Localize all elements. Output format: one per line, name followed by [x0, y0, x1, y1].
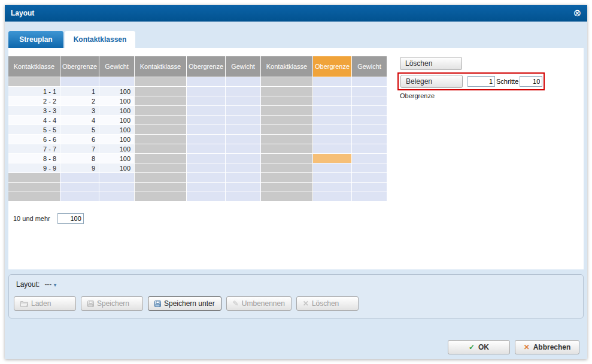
table-cell[interactable]: 100 [99, 144, 134, 153]
table-cell[interactable] [226, 87, 260, 96]
table-cell[interactable] [187, 135, 225, 144]
layout-speichern-button[interactable]: Speichern [81, 296, 143, 311]
belegen-value-input[interactable] [467, 76, 495, 87]
table-cell[interactable] [226, 135, 260, 144]
table-cell[interactable] [313, 183, 351, 192]
table-cell[interactable]: 4 [60, 116, 99, 125]
tab-streuplan[interactable]: Streuplan [8, 31, 63, 48]
table-cell[interactable] [187, 163, 225, 172]
table-cell[interactable] [313, 116, 351, 125]
table-cell[interactable] [226, 77, 260, 86]
table-cell[interactable]: 6 - 6 [8, 135, 60, 144]
table-cell[interactable] [313, 154, 351, 163]
table-cell[interactable]: 1 - 1 [8, 87, 60, 96]
column-header-gewicht[interactable]: Gewicht [352, 56, 387, 77]
table-cell[interactable] [313, 77, 351, 86]
column-header-kontaktklasse[interactable]: Kontaktklasse [135, 56, 186, 77]
table-cell[interactable]: 7 - 7 [8, 144, 60, 153]
table-cell[interactable] [187, 183, 225, 192]
table-cell[interactable] [60, 173, 99, 182]
table-cell[interactable]: 9 - 9 [8, 163, 60, 172]
table-cell[interactable]: 1 [60, 87, 99, 96]
table-cell[interactable]: 4 - 4 [8, 116, 60, 125]
close-icon[interactable]: ⊗ [573, 8, 581, 18]
table-cell[interactable]: 100 [99, 96, 134, 105]
table-cell[interactable] [187, 96, 225, 105]
table-cell[interactable] [313, 135, 351, 144]
table-cell[interactable] [226, 183, 260, 192]
table-cell[interactable] [226, 125, 260, 134]
table-cell[interactable] [313, 125, 351, 134]
ten-and-more-input[interactable] [57, 213, 84, 224]
table-cell[interactable]: 100 [99, 154, 134, 163]
table-cell[interactable]: 9 [60, 163, 99, 172]
table-cell[interactable] [187, 173, 225, 182]
table-cell[interactable] [352, 116, 387, 125]
ok-button[interactable]: ✓ OK [448, 340, 510, 354]
belegen-button[interactable]: Belegen [400, 75, 463, 88]
table-cell[interactable] [187, 87, 225, 96]
table-cell[interactable] [99, 77, 134, 86]
layout-laden-button[interactable]: Laden [14, 296, 76, 311]
table-cell[interactable] [99, 173, 134, 182]
table-cell[interactable] [226, 192, 260, 201]
layout-löschen-button[interactable]: ✕Löschen [296, 296, 359, 311]
column-header-kontaktklasse[interactable]: Kontaktklasse [8, 56, 60, 77]
table-cell[interactable] [99, 183, 134, 192]
table-cell[interactable]: 100 [99, 135, 134, 144]
table-cell[interactable] [226, 173, 260, 182]
column-header-obergrenze[interactable]: Obergrenze [313, 56, 351, 77]
table-cell[interactable]: 5 - 5 [8, 125, 60, 134]
table-cell[interactable]: 7 [60, 144, 99, 153]
layout-speichern-unter-button[interactable]: Speichern unter [148, 296, 221, 311]
table-cell[interactable] [226, 163, 260, 172]
table-cell[interactable]: 100 [99, 125, 134, 134]
table-cell[interactable] [187, 154, 225, 163]
table-cell[interactable]: 3 [60, 106, 99, 115]
table-cell[interactable] [226, 144, 260, 153]
table-cell[interactable] [313, 96, 351, 105]
schritte-value-input[interactable] [520, 76, 542, 87]
column-header-obergrenze[interactable]: Obergrenze [187, 56, 225, 77]
table-cell[interactable] [352, 106, 387, 115]
table-cell[interactable] [226, 116, 260, 125]
table-cell[interactable] [352, 87, 387, 96]
table-cell[interactable]: 3 - 3 [8, 106, 60, 115]
table-cell[interactable]: 8 [60, 154, 99, 163]
loeschen-button[interactable]: Löschen [400, 57, 462, 70]
table-cell[interactable] [352, 96, 387, 105]
layout-dropdown[interactable]: --- ▾ [44, 280, 56, 289]
table-cell[interactable] [187, 192, 225, 201]
table-cell[interactable] [352, 163, 387, 172]
table-cell[interactable] [60, 183, 99, 192]
table-cell[interactable] [352, 144, 387, 153]
table-cell[interactable] [352, 125, 387, 134]
tab-kontaktklassen[interactable]: Kontaktklassen [65, 31, 135, 48]
table-cell[interactable] [187, 116, 225, 125]
table-cell[interactable]: 100 [99, 106, 134, 115]
table-cell[interactable] [352, 154, 387, 163]
cancel-button[interactable]: ✕ Abbrechen [515, 340, 579, 354]
table-cell[interactable] [313, 87, 351, 96]
table-cell[interactable]: 100 [99, 87, 134, 96]
table-cell[interactable] [187, 144, 225, 153]
table-cell[interactable] [352, 173, 387, 182]
layout-umbenennen-button[interactable]: ✎Umbenennen [226, 296, 292, 311]
table-cell[interactable] [60, 77, 99, 86]
table-cell[interactable] [352, 192, 387, 201]
table-cell[interactable] [187, 125, 225, 134]
table-cell[interactable] [99, 192, 134, 201]
table-cell[interactable] [313, 173, 351, 182]
table-cell[interactable] [226, 96, 260, 105]
column-header-kontaktklasse[interactable]: Kontaktklasse [261, 56, 312, 77]
table-cell[interactable] [226, 154, 260, 163]
table-cell[interactable]: 5 [60, 125, 99, 134]
table-cell[interactable]: 2 [60, 96, 99, 105]
column-header-obergrenze[interactable]: Obergrenze [60, 56, 99, 77]
column-header-gewicht[interactable]: Gewicht [99, 56, 134, 77]
table-cell[interactable] [226, 106, 260, 115]
table-cell[interactable]: 2 - 2 [8, 96, 60, 105]
table-cell[interactable] [352, 183, 387, 192]
table-cell[interactable] [187, 77, 225, 86]
table-cell[interactable] [313, 163, 351, 172]
